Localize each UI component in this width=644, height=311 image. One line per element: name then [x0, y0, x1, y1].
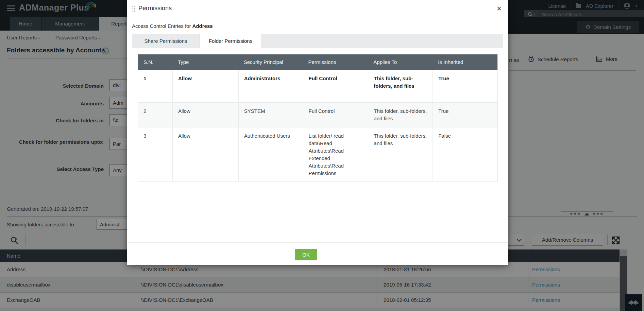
col-header-permissions: Permissions	[303, 54, 368, 70]
ace-sn: 3	[138, 127, 172, 181]
tab-folder-permissions[interactable]: Folder Permissions	[200, 34, 261, 49]
admanager-plus-app: ADManager Plus License AD Explorer ▾	[0, 0, 644, 311]
ace-permissions: List folder/ read data\Read Attributes\R…	[303, 127, 368, 181]
ace-row: 1 Allow Administrators Full Control This…	[138, 70, 497, 102]
ace-permissions: Full Control	[303, 70, 368, 102]
ace-row: 3 Allow Authenticated Users List folder/…	[138, 127, 497, 181]
tab-share-permissions[interactable]: Share Permissions	[132, 34, 200, 48]
ace-table-header: S.N. Type Security Principal Permissions…	[138, 54, 497, 70]
modal-drag-handle-icon[interactable]	[132, 6, 135, 13]
close-icon[interactable]: ✕	[496, 5, 502, 13]
ace-table: S.N. Type Security Principal Permissions…	[138, 54, 498, 182]
ace-type: Allow	[172, 127, 238, 181]
modal-subtitle: Access Control Entries for Address	[132, 23, 213, 29]
col-header-sn: S.N.	[138, 54, 172, 70]
permissions-modal: Permissions ✕ Access Control Entries for…	[127, 0, 508, 265]
ace-is-inherited: True	[433, 70, 497, 102]
ace-is-inherited: False	[433, 127, 497, 181]
subtitle-prefix: Access Control Entries for	[132, 23, 191, 29]
ok-button[interactable]: OK	[295, 249, 317, 260]
ace-is-inherited: True	[433, 103, 497, 127]
ace-applies-to: This folder, sub-folders, and files	[368, 103, 433, 127]
col-header-applies-to: Applies To	[368, 54, 433, 70]
ace-principal: Administrators	[238, 70, 303, 102]
subtitle-folder-name: Address	[192, 23, 213, 29]
col-header-is-inherited: Is Inherited	[433, 54, 497, 70]
col-header-type: Type	[172, 54, 238, 70]
permissions-tab-bar: Share Permissions Folder Permissions	[132, 34, 503, 48]
ace-row: 2 Allow SYSTEM Full Control This folder,…	[138, 102, 497, 127]
ace-sn: 1	[138, 70, 172, 102]
ace-applies-to: This folder, sub-folders, and files	[368, 127, 433, 181]
modal-title: Permissions	[138, 5, 172, 12]
modal-header: Permissions ✕	[127, 0, 508, 18]
ace-principal: Authenticated Users	[238, 127, 303, 181]
ace-applies-to: This folder, sub-folders, and files	[368, 70, 433, 102]
ace-type: Allow	[172, 70, 238, 102]
modal-footer-divider	[127, 242, 508, 243]
col-header-principal: Security Principal	[238, 54, 303, 70]
ace-sn: 2	[138, 103, 172, 127]
ace-principal: SYSTEM	[238, 103, 303, 127]
ace-permissions: Full Control	[303, 103, 368, 127]
ace-type: Allow	[172, 103, 238, 127]
